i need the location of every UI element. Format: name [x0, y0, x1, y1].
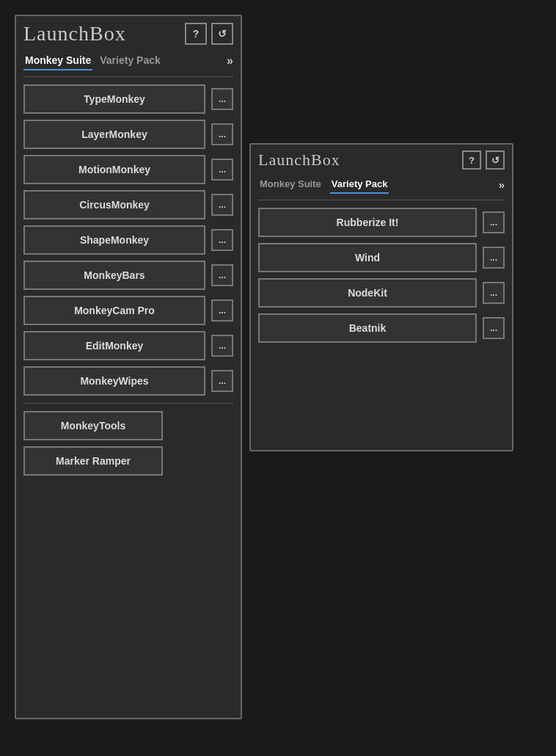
main-panel: LaunchBox ? ↺ Monkey Suite Variety Pack … — [15, 15, 242, 719]
tab-monkey-suite-main[interactable]: Monkey Suite — [23, 51, 92, 70]
wind-dots-button[interactable]: ... — [483, 247, 505, 269]
plugin-row-editmonkey: EditMonkey ... — [23, 331, 233, 360]
plugin-row-monkeybars: MonkeyBars ... — [23, 261, 233, 290]
monkeywipes-dots-button[interactable]: ... — [211, 370, 233, 392]
motionmonkey-button[interactable]: MotionMonkey — [23, 155, 205, 184]
layermonkey-dots-button[interactable]: ... — [211, 123, 233, 145]
extras-list: MonkeyTools Marker Ramper — [16, 411, 241, 476]
plugin-row-layermonkey: LayerMonkey ... — [23, 120, 233, 149]
circusmonkey-dots-button[interactable]: ... — [211, 194, 233, 216]
plugin-row-beatnik: Beatnik ... — [258, 313, 505, 343]
tab-monkey-suite-overlay[interactable]: Monkey Suite — [258, 175, 323, 194]
shapemonkey-dots-button[interactable]: ... — [211, 229, 233, 251]
monkeybars-dots-button[interactable]: ... — [211, 264, 233, 286]
overlay-reset-button[interactable]: ↺ — [486, 150, 505, 170]
overlay-plugin-list: Rubberize It! ... Wind ... NodeKit ... B… — [251, 208, 512, 343]
main-help-button[interactable]: ? — [185, 23, 207, 45]
typemonkey-button[interactable]: TypeMonkey — [23, 84, 205, 114]
plugin-row-wind: Wind ... — [258, 243, 505, 272]
plugin-row-circusmonkey: CircusMonkey ... — [23, 190, 233, 219]
monkeycam-button[interactable]: MonkeyCam Pro — [23, 296, 205, 325]
monkeybars-button[interactable]: MonkeyBars — [23, 261, 205, 290]
main-reset-button[interactable]: ↺ — [211, 23, 233, 45]
overlay-help-button[interactable]: ? — [462, 150, 481, 170]
circusmonkey-button[interactable]: CircusMonkey — [23, 190, 205, 219]
plugin-row-motionmonkey: MotionMonkey ... — [23, 155, 233, 184]
plugin-row-monkeycam: MonkeyCam Pro ... — [23, 296, 233, 325]
wind-button[interactable]: Wind — [258, 243, 477, 272]
extras-divider — [23, 403, 233, 404]
tab-variety-pack-main[interactable]: Variety Pack — [98, 51, 162, 70]
plugin-row-typemonkey: TypeMonkey ... — [23, 84, 233, 114]
motionmonkey-dots-button[interactable]: ... — [211, 159, 233, 181]
beatnik-button[interactable]: Beatnik — [258, 313, 477, 343]
main-plugin-list: TypeMonkey ... LayerMonkey ... MotionMon… — [16, 84, 241, 396]
overlay-panel: LaunchBox ? ↺ Monkey Suite Variety Pack … — [249, 143, 513, 451]
tab-variety-pack-overlay[interactable]: Variety Pack — [330, 175, 389, 194]
nodekit-dots-button[interactable]: ... — [483, 282, 505, 304]
main-divider — [23, 76, 233, 77]
more-tabs-button-main[interactable]: » — [227, 54, 233, 68]
editmonkey-dots-button[interactable]: ... — [211, 335, 233, 357]
editmonkey-button[interactable]: EditMonkey — [23, 331, 205, 360]
plugin-row-shapemonkey: ShapeMonkey ... — [23, 225, 233, 255]
rubberize-dots-button[interactable]: ... — [483, 211, 505, 233]
more-tabs-button-overlay[interactable]: » — [499, 178, 505, 191]
overlay-divider — [258, 200, 505, 200]
beatnik-dots-button[interactable]: ... — [483, 317, 505, 339]
main-logo: LaunchBox — [23, 22, 180, 46]
monkeytools-button[interactable]: MonkeyTools — [23, 411, 163, 440]
overlay-panel-header: LaunchBox ? ↺ — [251, 145, 512, 175]
main-tabs: Monkey Suite Variety Pack » — [16, 51, 241, 76]
plugin-row-nodekit: NodeKit ... — [258, 278, 505, 308]
overlay-logo: LaunchBox — [258, 150, 458, 170]
marker-ramper-button[interactable]: Marker Ramper — [23, 446, 163, 476]
main-panel-header: LaunchBox ? ↺ — [16, 16, 241, 51]
plugin-row-rubberize: Rubberize It! ... — [258, 208, 505, 237]
typemonkey-dots-button[interactable]: ... — [211, 88, 233, 110]
nodekit-button[interactable]: NodeKit — [258, 278, 477, 308]
layermonkey-button[interactable]: LayerMonkey — [23, 120, 205, 149]
shapemonkey-button[interactable]: ShapeMonkey — [23, 225, 205, 255]
overlay-tabs: Monkey Suite Variety Pack » — [251, 175, 512, 200]
monkeywipes-button[interactable]: MonkeyWipes — [23, 366, 205, 396]
monkeycam-dots-button[interactable]: ... — [211, 299, 233, 321]
plugin-row-monkeywipes: MonkeyWipes ... — [23, 366, 233, 396]
rubberize-button[interactable]: Rubberize It! — [258, 208, 477, 237]
